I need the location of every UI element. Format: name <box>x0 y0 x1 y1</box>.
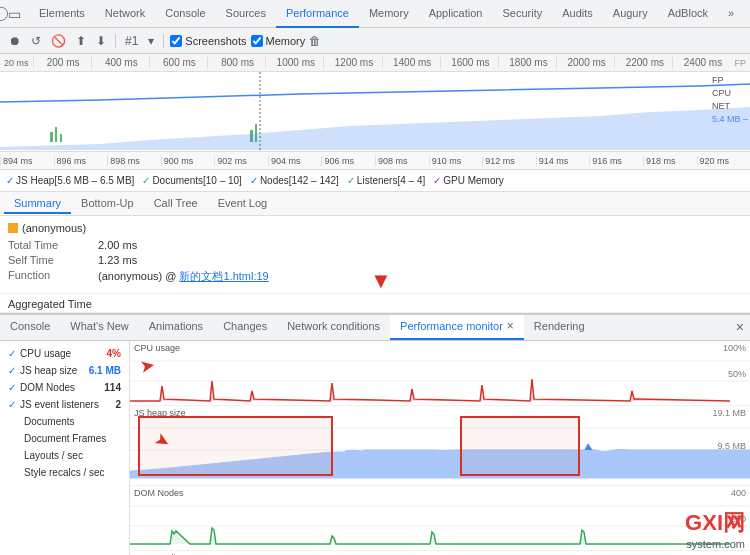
drawer-close-button[interactable]: × <box>730 317 750 337</box>
perf-sidebar: ✓ CPU usage 4% ✓ JS heap size 6.1 MB ✓ D… <box>0 341 130 555</box>
drawer-tab-network-conditions[interactable]: Network conditions <box>277 315 390 340</box>
b-tick-906: 906 ms <box>321 156 375 166</box>
perf-item-docs[interactable]: Documents <box>0 413 129 430</box>
tab-more[interactable]: » <box>718 0 744 28</box>
tab-audits[interactable]: Audits <box>552 0 603 28</box>
ruler-fp: FP <box>730 58 746 68</box>
b-tick-904: 904 ms <box>268 156 322 166</box>
tab-memory[interactable]: Memory <box>359 0 419 28</box>
cpu-chart-svg <box>130 341 750 406</box>
drawer-tab-animations[interactable]: Animations <box>139 315 213 340</box>
toolbar-divider-1 <box>115 34 116 48</box>
fp-label: FP <box>712 74 748 87</box>
tab-call-tree[interactable]: Call Tree <box>144 194 208 214</box>
drawer-tab-console[interactable]: Console <box>0 315 60 340</box>
perf-item-layouts[interactable]: Layouts / sec <box>0 447 129 464</box>
perf-item-jsevt[interactable]: ✓ JS event listeners 2 <box>0 396 129 413</box>
reload-button[interactable]: ↺ <box>28 32 44 50</box>
filter-row: ✓ JS Heap[5.6 MB – 6.5 MB] ✓ Documents[1… <box>0 170 750 192</box>
b-tick-908: 908 ms <box>375 156 429 166</box>
function-label: Function <box>8 269 98 284</box>
perf-item-frames[interactable]: Document Frames <box>0 430 129 447</box>
check-jsheap: ✓ <box>6 175 14 186</box>
dom-chart-max: 400 <box>731 488 746 498</box>
jsevt-name: JS event listeners <box>20 399 99 410</box>
record-button[interactable]: ⏺ <box>6 32 24 50</box>
anon-header: (anonymous) <box>8 222 742 234</box>
clear-button[interactable]: 🚫 <box>48 32 69 50</box>
b-tick-918: 918 ms <box>643 156 697 166</box>
b-tick-896: 896 ms <box>54 156 108 166</box>
jsheap-name: JS heap size <box>20 365 77 376</box>
b-tick-894: 894 ms <box>0 156 54 166</box>
tab-summary[interactable]: Summary <box>4 194 71 214</box>
self-time-value: 1.23 ms <box>98 254 137 266</box>
perf-item-style[interactable]: Style recalcs / sec <box>0 464 129 481</box>
total-time-row: Total Time 2.00 ms <box>8 239 742 251</box>
session-dropdown[interactable]: ▾ <box>145 32 157 50</box>
drawer-tab-whatsnew[interactable]: What's New <box>60 315 138 340</box>
function-value: (anonymous) @ 新的文档1.html:19 <box>98 269 269 284</box>
filter-jsheap[interactable]: ✓ JS Heap[5.6 MB – 6.5 MB] <box>6 175 134 186</box>
tab-console[interactable]: Console <box>155 0 215 28</box>
tab-elements[interactable]: Elements <box>29 0 95 28</box>
tab-event-log[interactable]: Event Log <box>208 194 278 214</box>
memory-checkbox[interactable]: Memory <box>251 35 306 47</box>
device-icon[interactable]: ▭ <box>8 6 21 22</box>
tick-1600: 1600 ms <box>440 57 498 68</box>
tick-800: 800 ms <box>207 57 265 68</box>
function-link[interactable]: 新的文档1.html:19 <box>179 270 268 282</box>
check-gpu: ✓ <box>433 175 441 186</box>
tick-200: 200 ms <box>33 57 91 68</box>
tab-performance[interactable]: Performance <box>276 0 359 28</box>
timeline-svg <box>0 72 750 150</box>
watermark-gxi: GXI网 <box>685 508 745 538</box>
filter-docs[interactable]: ✓ Documents[10 – 10] <box>142 175 242 186</box>
b-tick-916: 916 ms <box>589 156 643 166</box>
jsevt-chart-svg <box>130 551 750 555</box>
timeline-area: 20 ms 200 ms 400 ms 600 ms 800 ms 1000 m… <box>0 54 750 152</box>
tab-augury[interactable]: Augury <box>603 0 658 28</box>
perf-item-jsheap[interactable]: ✓ JS heap size 6.1 MB <box>0 362 129 379</box>
tick-1400: 1400 ms <box>382 57 440 68</box>
aggregated-time-title: Aggregated Time <box>0 294 750 313</box>
perf-monitor-close[interactable]: × <box>507 319 514 333</box>
ruler-start: 20 ms <box>4 58 33 68</box>
tab-application[interactable]: Application <box>419 0 493 28</box>
check-nodes: ✓ <box>250 175 258 186</box>
filter-nodes[interactable]: ✓ Nodes[142 – 142] <box>250 175 339 186</box>
tab-security[interactable]: Security <box>492 0 552 28</box>
b-tick-898: 898 ms <box>107 156 161 166</box>
function-row: Function (anonymous) @ 新的文档1.html:19 <box>8 269 742 284</box>
tab-sources[interactable]: Sources <box>216 0 276 28</box>
perf-item-cpu[interactable]: ✓ CPU usage 4% <box>0 345 129 362</box>
tick-2200: 2200 ms <box>614 57 672 68</box>
screenshots-checkbox[interactable]: Screenshots <box>170 35 246 47</box>
more-options-icon[interactable]: ⋮ <box>744 6 750 22</box>
tab-bottom-up[interactable]: Bottom-Up <box>71 194 144 214</box>
trash-button[interactable]: 🗑 <box>309 34 321 48</box>
dom-chart-label: DOM Nodes <box>134 488 184 498</box>
b-tick-900: 900 ms <box>161 156 215 166</box>
summary-tabs: Summary Bottom-Up Call Tree Event Log <box>0 192 750 216</box>
drawer-tab-changes[interactable]: Changes <box>213 315 277 340</box>
tab-network[interactable]: Network <box>95 0 155 28</box>
drawer-tab-rendering[interactable]: Rendering <box>524 315 595 340</box>
tick-1000: 1000 ms <box>265 57 323 68</box>
jsheap-value: 6.1 MB <box>89 365 121 376</box>
dom-chart: DOM Nodes 400 200 <box>130 486 750 551</box>
docs-name: Documents <box>24 416 75 427</box>
b-tick-902: 902 ms <box>214 156 268 166</box>
self-time-label: Self Time <box>8 254 98 266</box>
drawer-tab-perf-monitor[interactable]: Performance monitor × <box>390 315 524 340</box>
frames-name: Document Frames <box>24 433 106 444</box>
cpu-chart-label: CPU usage <box>134 343 180 353</box>
perf-item-dom[interactable]: ✓ DOM Nodes 114 <box>0 379 129 396</box>
total-time-value: 2.00 ms <box>98 239 137 251</box>
upload-button[interactable]: ⬆ <box>73 32 89 50</box>
check-listeners: ✓ <box>347 175 355 186</box>
download-button[interactable]: ⬇ <box>93 32 109 50</box>
filter-listeners[interactable]: ✓ Listeners[4 – 4] <box>347 175 425 186</box>
tab-adblock[interactable]: AdBlock <box>658 0 718 28</box>
filter-gpu[interactable]: ✓ GPU Memory <box>433 175 504 186</box>
